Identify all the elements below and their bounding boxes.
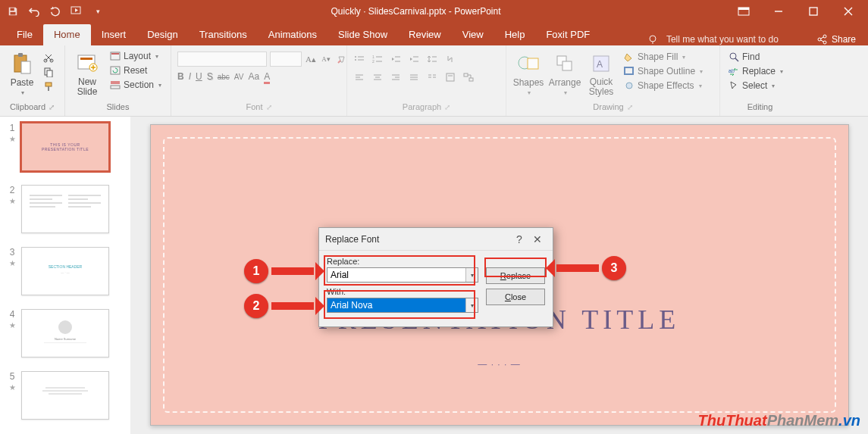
thumbnail-1[interactable]: 1★ THIS IS YOURPRESENTATION TITLE bbox=[8, 123, 123, 171]
shape-effects-button[interactable]: Shape Effects▾ bbox=[622, 80, 705, 92]
close-icon[interactable] bbox=[832, 1, 865, 22]
justify-icon[interactable] bbox=[408, 71, 420, 83]
increase-font-icon[interactable]: A▴ bbox=[305, 53, 317, 65]
tab-slideshow[interactable]: Slide Show bbox=[327, 24, 398, 45]
dialog-replace-button[interactable]: Replace bbox=[486, 267, 545, 284]
find-button[interactable]: Find bbox=[726, 51, 785, 63]
clipboard-group-label: Clipboard bbox=[10, 102, 45, 111]
thumbnail-4[interactable]: 4★ Name Surname bbox=[8, 309, 123, 358]
align-right-icon[interactable] bbox=[390, 71, 402, 83]
change-case-button[interactable]: Aa bbox=[248, 71, 259, 82]
columns-icon[interactable] bbox=[426, 71, 438, 83]
replace-font-dialog: Replace Font ? ✕ Replace: ▾ With: ▾ Repl… bbox=[318, 227, 553, 327]
shadow-button[interactable]: S bbox=[207, 71, 213, 82]
bold-button[interactable]: B bbox=[177, 71, 184, 82]
dialog-launcher-icon[interactable]: ⤢ bbox=[266, 103, 272, 111]
paste-button[interactable]: Paste ▾ bbox=[6, 48, 38, 96]
tab-insert[interactable]: Insert bbox=[91, 24, 137, 45]
dialog-close-button[interactable]: Close bbox=[486, 289, 545, 305]
svg-rect-22 bbox=[80, 58, 92, 60]
thumbnail-2[interactable]: 2★ bbox=[8, 185, 123, 233]
shape-outline-button[interactable]: Shape Outline▾ bbox=[622, 65, 705, 77]
font-size-selector[interactable] bbox=[270, 52, 302, 67]
star-icon: ★ bbox=[9, 321, 16, 329]
share-button[interactable]: Share bbox=[816, 34, 856, 45]
smartart-icon[interactable] bbox=[462, 71, 475, 83]
font-family-selector[interactable] bbox=[177, 52, 267, 67]
select-button[interactable]: Select▾ bbox=[726, 80, 785, 92]
with-input[interactable] bbox=[327, 298, 465, 312]
numbering-icon[interactable]: 12 bbox=[371, 53, 384, 65]
new-slide-button[interactable]: New Slide bbox=[71, 48, 103, 97]
strike-button[interactable]: abc bbox=[218, 73, 230, 81]
with-label: With: bbox=[327, 287, 478, 296]
ribbon-options-icon[interactable] bbox=[727, 1, 760, 22]
tab-file[interactable]: File bbox=[6, 24, 43, 45]
indent-right-icon[interactable] bbox=[408, 53, 420, 65]
svg-point-71 bbox=[730, 53, 736, 59]
save-icon[interactable] bbox=[6, 5, 20, 18]
underline-button[interactable]: U bbox=[196, 71, 202, 82]
dialog-launcher-icon[interactable]: ⤢ bbox=[627, 103, 633, 111]
qat-customize-icon[interactable]: ▾ bbox=[91, 5, 105, 18]
decrease-font-icon[interactable]: A▾ bbox=[320, 53, 332, 65]
tell-me-input[interactable]: Tell me what you want to do bbox=[666, 34, 779, 45]
font-color-button[interactable]: A bbox=[264, 71, 270, 82]
bullets-icon[interactable] bbox=[353, 53, 365, 65]
italic-button[interactable]: I bbox=[189, 71, 191, 82]
svg-rect-28 bbox=[111, 86, 120, 89]
tab-foxit[interactable]: Foxit PDF bbox=[535, 24, 600, 45]
clear-format-icon[interactable] bbox=[335, 53, 347, 65]
start-slideshow-icon[interactable] bbox=[70, 5, 83, 18]
svg-rect-64 bbox=[528, 58, 538, 69]
minimize-icon[interactable] bbox=[762, 1, 795, 22]
align-center-icon[interactable] bbox=[371, 71, 384, 83]
text-direction-icon[interactable] bbox=[444, 53, 456, 65]
dialog-launcher-icon[interactable]: ⤢ bbox=[444, 103, 450, 111]
tab-animations[interactable]: Animations bbox=[258, 24, 327, 45]
svg-rect-62 bbox=[469, 78, 473, 81]
chevron-down-icon[interactable]: ▾ bbox=[465, 268, 478, 282]
tab-review[interactable]: Review bbox=[398, 24, 452, 45]
thumbnail-3[interactable]: 3★ SECTION HEADER— · — bbox=[8, 247, 123, 295]
with-combobox[interactable]: ▾ bbox=[327, 298, 478, 313]
shapes-button[interactable]: Shapes▾ bbox=[512, 48, 544, 96]
replace-button[interactable]: abReplace▾ bbox=[726, 65, 785, 77]
indent-left-icon[interactable] bbox=[390, 53, 402, 65]
undo-icon[interactable] bbox=[27, 5, 41, 18]
shape-fill-button[interactable]: Shape Fill▾ bbox=[622, 51, 705, 63]
section-button[interactable]: Section▾ bbox=[108, 79, 164, 91]
reset-button[interactable]: Reset bbox=[108, 64, 164, 76]
star-icon: ★ bbox=[9, 135, 16, 143]
quick-styles-icon: A bbox=[589, 52, 613, 76]
chevron-down-icon[interactable]: ▾ bbox=[465, 298, 478, 312]
dialog-close-icon[interactable]: ✕ bbox=[528, 233, 547, 245]
layout-button[interactable]: Layout▾ bbox=[108, 50, 164, 62]
svg-rect-20 bbox=[48, 86, 49, 91]
align-left-icon[interactable] bbox=[353, 71, 365, 83]
tab-view[interactable]: View bbox=[452, 24, 494, 45]
tab-help[interactable]: Help bbox=[494, 24, 536, 45]
dialog-launcher-icon[interactable]: ⤢ bbox=[49, 103, 55, 111]
format-painter-icon[interactable] bbox=[42, 80, 55, 92]
dialog-title: Replace Font bbox=[325, 234, 510, 245]
tab-design[interactable]: Design bbox=[136, 24, 188, 45]
redo-icon[interactable] bbox=[49, 5, 62, 18]
copy-icon[interactable] bbox=[42, 66, 55, 78]
line-spacing-icon[interactable] bbox=[426, 53, 438, 65]
maximize-icon[interactable] bbox=[797, 1, 830, 22]
quick-styles-button[interactable]: A Quick Styles bbox=[585, 48, 617, 97]
cut-icon[interactable] bbox=[42, 52, 55, 64]
replace-input[interactable] bbox=[327, 268, 465, 282]
align-text-icon[interactable] bbox=[444, 71, 456, 83]
replace-combobox[interactable]: ▾ bbox=[327, 267, 478, 283]
dialog-help-icon[interactable]: ? bbox=[510, 233, 528, 245]
callout-3: 3 bbox=[556, 256, 626, 280]
tab-transitions[interactable]: Transitions bbox=[189, 24, 258, 45]
ribbon: Paste ▾ Clipboard⤢ New Slide Layout▾ Res… bbox=[0, 45, 868, 117]
thumbnail-5[interactable]: 5★ bbox=[8, 371, 123, 420]
arrange-button[interactable]: Arrange▾ bbox=[549, 48, 581, 96]
char-spacing-button[interactable]: AV bbox=[234, 73, 244, 81]
slide-subtitle[interactable]: — · · · — bbox=[478, 359, 520, 370]
tab-home[interactable]: Home bbox=[43, 24, 91, 45]
